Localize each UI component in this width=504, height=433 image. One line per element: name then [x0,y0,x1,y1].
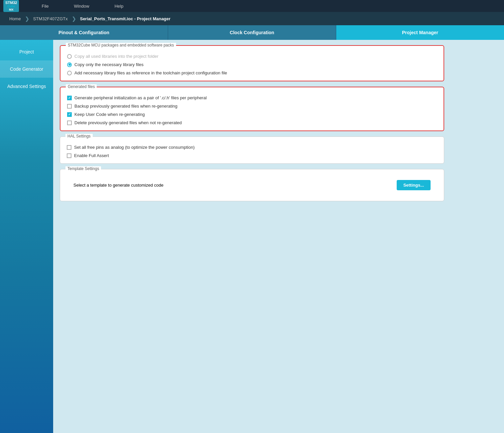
content-area: STM32Cube MCU packages and embedded soft… [53,40,451,433]
template-settings-panel: Template Settings Select a template to g… [60,169,444,201]
checkbox-set-free-pins-box [67,145,71,150]
logo-stm: STM32 [5,1,17,5]
checkbox-enable-full-assert-label: Enable Full Assert [74,153,109,158]
hal-settings-panel: HAL Settings Set all free pins as analog… [60,136,444,164]
checkbox-set-free-pins[interactable]: Set all free pins as analog (to optimize… [67,145,437,150]
checkbox-backup[interactable]: Backup previously generated files when r… [67,104,437,109]
sidebar-item-project[interactable]: Project [0,43,53,60]
tab-pinout[interactable]: Pinout & Configuration [0,25,168,40]
radio-add-reference-label: Add necessary library files as reference… [74,70,227,75]
settings-button[interactable]: Settings... [397,180,431,190]
right-panel [451,40,504,433]
hal-settings-checkbox-group: Set all free pins as analog (to optimize… [67,145,437,158]
sidebar-item-code-generator[interactable]: Code Generator [0,60,53,78]
menu-help[interactable]: Help [112,2,126,10]
app-logo: STM32 Cube MX [3,0,19,12]
logo-box: STM32 Cube MX [3,0,19,12]
checkbox-delete-generated[interactable]: Delete previously generated files when n… [67,120,437,125]
checkbox-set-free-pins-label: Set all free pins as analog (to optimize… [74,145,195,150]
checkbox-generate-peripheral-label: Generate peripheral initialization as a … [74,95,207,100]
checkbox-enable-full-assert[interactable]: Enable Full Assert [67,153,437,158]
radio-copy-all[interactable]: Copy all used libraries into the project… [67,54,437,59]
radio-copy-all-label: Copy all used libraries into the project… [74,54,158,59]
top-menubar: STM32 Cube MX File Window Help [0,0,504,12]
checkbox-backup-label: Backup previously generated files when r… [74,104,177,109]
template-settings-description: Select a template to generate customized… [73,183,163,188]
mcu-packages-panel: STM32Cube MCU packages and embedded soft… [60,45,444,81]
template-settings-title: Template Settings [65,166,101,171]
generated-files-title: Generated files [66,84,97,89]
radio-add-reference[interactable]: Add necessary library files as reference… [67,70,437,75]
checkbox-generate-peripheral[interactable]: Generate peripheral initialization as a … [67,95,437,100]
checkbox-keep-user-code-box [67,112,72,117]
sidebar: Project Code Generator Advanced Settings [0,40,53,433]
template-settings-content: Select a template to generate customized… [67,175,437,196]
breadcrumb-project[interactable]: Serial_Ports_Transmit.ioc - Project Mana… [76,15,174,23]
breadcrumb-arrow-1: ❯ [25,16,29,22]
radio-circle-add-reference [67,71,72,75]
checkbox-generate-peripheral-box [67,96,72,100]
radio-copy-necessary-label: Copy only the necessary library files [74,62,144,67]
generated-files-checkbox-group: Generate peripheral initialization as a … [67,95,437,125]
breadcrumb: Home ❯ STM32F407ZGTx ❯ Serial_Ports_Tran… [0,12,504,25]
checkbox-enable-full-assert-box [67,153,71,158]
mcu-packages-radio-group: Copy all used libraries into the project… [67,54,437,75]
radio-copy-necessary[interactable]: Copy only the necessary library files [67,62,437,67]
breadcrumb-device[interactable]: STM32F407ZGTx [29,15,72,23]
checkbox-keep-user-code-label: Keep User Code when re-generating [74,112,145,117]
checkbox-backup-box [67,104,72,109]
menu-window[interactable]: Window [71,2,92,10]
breadcrumb-home[interactable]: Home [5,15,25,23]
sidebar-item-advanced-settings[interactable]: Advanced Settings [0,78,53,95]
main-layout: Project Code Generator Advanced Settings… [0,40,504,433]
checkbox-delete-generated-box [67,121,72,125]
logo-cube: Cube [7,5,15,8]
checkbox-delete-generated-label: Delete previously generated files when n… [74,120,182,125]
tab-clock[interactable]: Clock Configuration [168,25,336,40]
tab-project-manager[interactable]: Project Manager [336,25,504,40]
mcu-packages-title: STM32Cube MCU packages and embedded soft… [66,43,176,47]
menu-file[interactable]: File [39,2,51,10]
breadcrumb-arrow-2: ❯ [72,16,76,22]
hal-settings-title: HAL Settings [65,134,93,138]
logo-mx: MX [9,8,14,11]
radio-circle-copy-necessary [67,62,72,67]
generated-files-panel: Generated files Generate peripheral init… [60,87,444,131]
tab-bar: Pinout & Configuration Clock Configurati… [0,25,504,40]
checkbox-keep-user-code[interactable]: Keep User Code when re-generating [67,112,437,117]
radio-circle-copy-all [67,54,72,59]
